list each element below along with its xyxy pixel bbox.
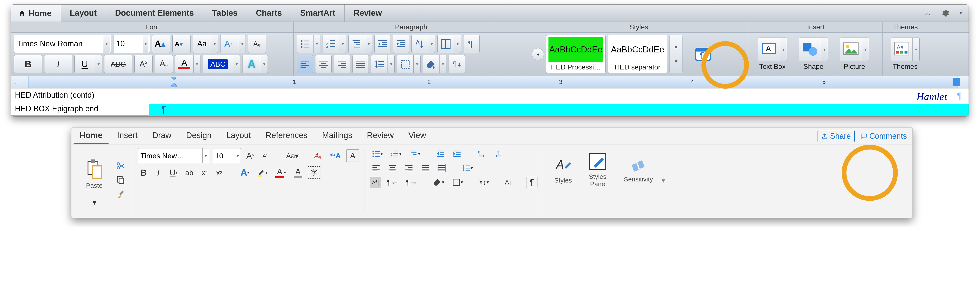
clear-formatting-button[interactable]: Aᵩ <box>248 35 266 53</box>
change-case-dropdown[interactable]: ▾ <box>211 35 218 53</box>
decrease-indent-button[interactable] <box>374 35 391 53</box>
columns-button[interactable]: ▾ <box>438 35 461 53</box>
multilevel-list-button[interactable]: ▾ <box>407 148 422 159</box>
tab-home[interactable]: Home <box>73 128 108 144</box>
distributed-button[interactable] <box>435 162 448 174</box>
clear-formatting-button[interactable]: Aᵩ <box>312 150 324 161</box>
italic-button[interactable]: I <box>44 55 72 73</box>
grow-font-button[interactable]: A▴ <box>152 35 170 53</box>
show-marks-toggle[interactable]: >¶ <box>370 177 382 188</box>
align-right-button[interactable] <box>402 162 415 174</box>
shape-button[interactable]: ▾ Shape <box>795 35 832 73</box>
tab-draw[interactable]: Draw <box>146 128 178 144</box>
tab-view[interactable]: View <box>402 128 432 144</box>
text-direction-dropdown[interactable]: ▾ <box>428 35 435 53</box>
subscript-button[interactable]: A2 <box>155 55 173 73</box>
document-page[interactable]: Hamlet ¶ ¶ <box>149 88 969 116</box>
copy-button[interactable] <box>114 175 127 186</box>
bullets-button[interactable]: ▾ <box>370 148 385 159</box>
strikethrough-button[interactable]: ab <box>183 167 196 178</box>
increase-indent-button[interactable] <box>450 148 463 159</box>
borders-dropdown[interactable]: ▾ <box>414 55 420 73</box>
char-scale-dropdown[interactable]: ▾ <box>239 35 245 53</box>
font-size-dropdown[interactable]: ▾ <box>235 148 240 163</box>
tab-review[interactable]: Review <box>361 128 400 144</box>
superscript-button[interactable]: x2 <box>213 167 225 178</box>
font-color-button[interactable]: A ▾ <box>273 166 288 179</box>
paragraph-dialog-button[interactable]: ¶ <box>449 55 465 73</box>
bold-button[interactable]: B <box>138 167 149 178</box>
shading-button[interactable]: ▾ <box>431 177 446 188</box>
collapse-ribbon-icon[interactable]: ︿ <box>922 7 934 19</box>
shrink-font-button[interactable]: A▾ <box>172 35 191 53</box>
decrease-indent-button[interactable] <box>434 148 447 159</box>
subscript-button[interactable]: x2 <box>199 167 210 178</box>
style-area-item[interactable]: HED BOX Epigraph end <box>11 102 149 116</box>
enclose-characters-button[interactable]: 字 <box>308 166 320 179</box>
font-size-dropdown[interactable]: ▾ <box>143 35 148 53</box>
change-case-button[interactable]: Aa ▾ <box>192 35 218 53</box>
paste-button[interactable]: Paste <box>79 152 110 196</box>
shape-dropdown[interactable]: ▾ <box>821 38 828 61</box>
line-spacing-dropdown[interactable]: ▾ <box>388 55 395 73</box>
font-family-select[interactable]: ▾ <box>14 35 111 53</box>
tab-review[interactable]: Review <box>345 5 391 22</box>
align-left-button[interactable] <box>370 162 383 174</box>
text-box-dropdown[interactable]: ▾ <box>780 38 787 61</box>
show-hide-button[interactable]: ¶ <box>463 35 480 53</box>
tab-design[interactable]: Design <box>180 128 218 144</box>
styles-gallery-scroller[interactable]: ▲▾ <box>670 35 682 73</box>
character-border-button[interactable]: A <box>347 150 359 162</box>
font-family-input[interactable] <box>17 39 103 48</box>
numbering-dropdown[interactable]: ▾ <box>339 35 346 53</box>
tab-tables[interactable]: Tables <box>203 5 247 22</box>
right-margin-marker[interactable] <box>953 78 960 86</box>
font-size-input[interactable] <box>116 39 143 48</box>
align-center-button[interactable] <box>315 55 332 73</box>
styles-prev-button[interactable]: ◀ <box>532 48 544 60</box>
ltr-button[interactable]: ¶ <box>475 148 488 159</box>
align-left-button[interactable] <box>297 55 313 73</box>
manage-styles-button[interactable]: ¶ <box>685 35 721 73</box>
font-color-button[interactable]: A ▾ <box>175 55 200 73</box>
first-line-indent-marker[interactable] <box>171 76 177 81</box>
style-area-item[interactable]: HED Attribution (contd) <box>11 88 149 102</box>
ribbon-menu-icon[interactable]: ▾ <box>957 9 965 17</box>
font-family-select[interactable]: ▾ <box>138 148 209 163</box>
rtl-button[interactable]: ¶ <box>492 148 504 159</box>
font-family-dropdown[interactable]: ▾ <box>103 35 110 53</box>
columns-dropdown[interactable]: ▾ <box>454 35 461 53</box>
numbering-button[interactable]: 123▾ <box>388 148 404 159</box>
align-right-button[interactable] <box>334 55 350 73</box>
align-center-button[interactable] <box>386 162 399 174</box>
highlight-button[interactable]: ▾ <box>255 167 270 178</box>
hanging-indent-marker[interactable] <box>171 82 177 88</box>
format-painter-button[interactable] <box>114 189 127 200</box>
strikethrough-button[interactable]: ABC <box>104 55 132 73</box>
highlight-button[interactable]: ABC ▾ <box>203 55 240 73</box>
increase-indent-button[interactable] <box>393 35 409 53</box>
font-size-select[interactable]: ▾ <box>213 148 241 163</box>
text-direction-button[interactable]: A▾ <box>412 35 435 53</box>
bold-button[interactable]: B <box>14 55 42 73</box>
character-shading-button[interactable]: A <box>291 166 304 179</box>
tab-smartart[interactable]: SmartArt <box>291 5 345 22</box>
font-color-dropdown[interactable]: ▾ <box>193 55 200 73</box>
shrink-font-button[interactable]: Aˇ <box>259 150 270 161</box>
themes-button[interactable]: Aa▾ Themes <box>886 35 924 73</box>
picture-dropdown[interactable]: ▾ <box>862 38 869 61</box>
indent-left-field[interactable]: ¶← <box>385 177 400 188</box>
highlight-dropdown[interactable]: ▾ <box>233 55 240 73</box>
change-case-button[interactable]: Aa ▾ <box>284 150 301 161</box>
tab-references[interactable]: References <box>259 128 313 144</box>
options-gear-icon[interactable] <box>939 8 952 18</box>
bullets-dropdown[interactable]: ▾ <box>313 35 320 53</box>
underline-button[interactable]: U ▾ <box>75 55 102 73</box>
tab-charts[interactable]: Charts <box>247 5 291 22</box>
asian-layout-button[interactable]: ☓↕▾ <box>477 177 491 188</box>
sensitivity-dropdown[interactable]: ▾ <box>658 148 669 212</box>
quick-styles-button[interactable]: A Styles <box>548 148 578 191</box>
share-button[interactable]: Share <box>818 130 854 142</box>
line-spacing-button[interactable]: ▾ <box>371 55 395 73</box>
show-hide-marks-button[interactable]: ¶ <box>526 177 538 188</box>
